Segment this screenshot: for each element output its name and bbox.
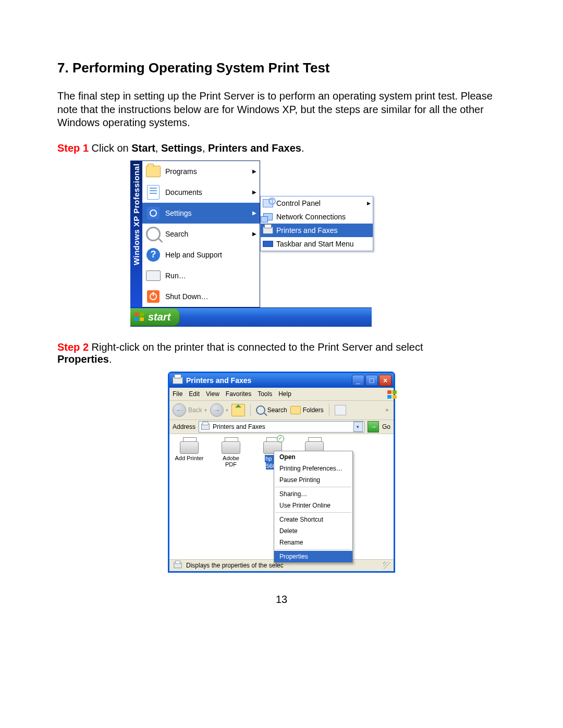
step-2-label: Step 2	[57, 341, 89, 353]
start-button[interactable]: start	[130, 309, 180, 326]
toolbar-overflow-icon[interactable]: »	[385, 407, 390, 413]
go-button[interactable]: →	[368, 421, 379, 433]
printer-adobe-pdf[interactable]: Adobe PDF	[216, 437, 246, 470]
submenu-label: Taskbar and Start Menu	[276, 240, 354, 248]
submenu-taskbar[interactable]: Taskbar and Start Menu	[261, 237, 373, 251]
ctx-properties[interactable]: Properties	[274, 551, 352, 562]
forward-button[interactable]: →▾	[210, 403, 228, 417]
menu-bar: File Edit View Favorites Tools Help	[169, 388, 394, 401]
toolbar-separator	[329, 404, 329, 416]
windows-flag-icon	[387, 390, 390, 398]
minimize-button[interactable]: _	[352, 375, 364, 386]
start-item-search[interactable]: Search ▶	[142, 224, 260, 244]
close-button[interactable]: ×	[379, 375, 391, 386]
submenu-arrow-icon: ▶	[252, 189, 256, 195]
ctx-divider	[275, 549, 351, 550]
ctx-rename[interactable]: Rename	[274, 537, 352, 548]
start-button-label: start	[148, 311, 170, 323]
ctx-create-shortcut[interactable]: Create Shortcut	[274, 514, 352, 525]
submenu-label: Control Panel	[276, 199, 321, 207]
menu-file[interactable]: File	[173, 390, 182, 398]
menu-help[interactable]: Help	[278, 390, 291, 398]
default-check-icon: ✓	[277, 435, 284, 442]
submenu-arrow-icon: ▶	[252, 231, 256, 237]
submenu-label: Network Connections	[276, 213, 346, 221]
submenu-printers-faxes[interactable]: Printers and Faxes	[261, 224, 373, 237]
control-panel-icon	[263, 198, 273, 208]
address-value: Printers and Faxes	[213, 423, 265, 430]
start-item-label: Settings	[165, 209, 192, 217]
address-label: Address	[173, 423, 195, 430]
programs-icon	[145, 164, 161, 179]
menu-edit[interactable]: Edit	[189, 390, 200, 398]
ctx-sharing[interactable]: Sharing…	[274, 488, 352, 500]
help-icon: ?	[145, 247, 161, 263]
taskbar: start	[130, 307, 372, 327]
submenu-arrow-icon: ▶	[252, 210, 256, 216]
start-item-label: Run…	[165, 272, 186, 280]
ctx-divider	[275, 487, 351, 487]
views-icon	[335, 405, 346, 415]
printer-label: Add Printer	[175, 455, 204, 461]
start-item-label: Search	[165, 230, 188, 238]
page-number: 13	[57, 594, 506, 606]
settings-submenu: Control Panel ▶ Network Connections Prin…	[260, 196, 373, 251]
start-item-programs[interactable]: Programs ▶	[142, 161, 260, 182]
up-button[interactable]	[231, 404, 245, 416]
printer-label: Adobe PDF	[216, 455, 246, 467]
ctx-use-online[interactable]: Use Printer Online	[274, 500, 352, 511]
ctx-printing-preferences[interactable]: Printing Preferences…	[274, 463, 352, 474]
printer-add-printer[interactable]: Add Printer	[175, 437, 204, 470]
window-title: Printers and Faxes	[186, 376, 251, 385]
start-item-label: Shut Down…	[165, 292, 208, 301]
step-1-label: Step 1	[57, 142, 89, 154]
submenu-arrow-icon: ▶	[367, 201, 371, 206]
explorer-content[interactable]: Add Printer Adobe PDF ✓ hp de 5600	[169, 434, 394, 559]
explorer-window: Printers and Faxes _ □ × File Edit View …	[168, 372, 395, 573]
status-text: Displays the properties of the selec	[186, 562, 284, 569]
intro-paragraph: The final step in setting up the Print S…	[57, 90, 506, 130]
network-icon	[263, 212, 273, 222]
ctx-delete[interactable]: Delete	[274, 525, 352, 537]
start-item-settings[interactable]: Settings ▶	[142, 203, 260, 224]
windows-flag-icon	[134, 313, 145, 322]
menu-favorites[interactable]: Favorites	[226, 390, 251, 398]
start-item-documents[interactable]: Documents ▶	[142, 182, 260, 203]
menu-tools[interactable]: Tools	[258, 390, 272, 398]
printer-icon	[201, 424, 210, 429]
step-1: Step 1 Click on Start, Settings, Printer…	[57, 142, 506, 154]
printer-icon	[174, 563, 182, 569]
folders-icon	[290, 406, 301, 414]
folder-up-icon	[231, 404, 245, 416]
ctx-open[interactable]: Open	[274, 451, 352, 463]
documents-icon	[145, 184, 161, 200]
submenu-arrow-icon: ▶	[252, 168, 256, 174]
start-item-help[interactable]: ? Help and Support	[142, 244, 260, 265]
address-dropdown-button[interactable]: ▾	[353, 422, 363, 432]
start-item-label: Documents	[165, 188, 202, 196]
search-icon	[256, 405, 265, 415]
address-field[interactable]: Printers and Faxes ▾	[199, 421, 364, 433]
titlebar[interactable]: Printers and Faxes _ □ ×	[169, 373, 394, 388]
search-button[interactable]: Search	[256, 405, 287, 415]
submenu-network-connections[interactable]: Network Connections	[261, 210, 373, 224]
section-heading: 7. Performing Operating System Print Tes…	[57, 60, 506, 76]
context-menu: Open Printing Preferences… Pause Printin…	[274, 451, 353, 563]
maximize-button[interactable]: □	[365, 375, 378, 386]
run-icon	[145, 268, 161, 283]
submenu-label: Printers and Faxes	[276, 226, 338, 235]
printer-icon	[221, 437, 241, 454]
folders-button[interactable]: Folders	[290, 406, 324, 414]
printer-icon	[179, 437, 200, 454]
menu-view[interactable]: View	[206, 390, 219, 398]
start-item-run[interactable]: Run…	[142, 265, 260, 286]
go-label: Go	[382, 423, 390, 430]
submenu-control-panel[interactable]: Control Panel ▶	[261, 196, 373, 210]
start-item-shutdown[interactable]: Shut Down…	[142, 286, 260, 307]
back-button[interactable]: ←Back ▾	[173, 403, 207, 417]
ctx-pause-printing[interactable]: Pause Printing	[274, 474, 352, 486]
resize-grip-icon[interactable]	[383, 562, 390, 569]
settings-icon	[145, 205, 161, 221]
taskbar-icon	[263, 239, 273, 249]
views-button[interactable]	[335, 405, 346, 415]
